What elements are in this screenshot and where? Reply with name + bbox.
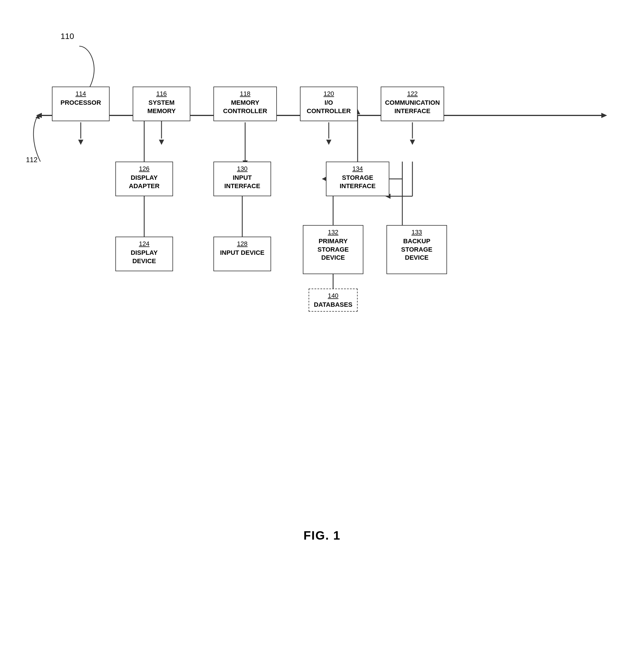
- node-communication-interface: 122 COMMUNICATION INTERFACE: [381, 87, 444, 121]
- svg-marker-13: [78, 140, 83, 145]
- node-primary-storage-label: PRIMARY STORAGE DEVICE: [318, 238, 349, 261]
- node-system-memory-ref: 116: [135, 90, 188, 98]
- node-input-device-ref: 128: [216, 240, 268, 248]
- node-storage-interface-label: STORAGE INTERFACE: [340, 174, 376, 190]
- node-io-controller: 120 I/O CONTROLLER: [300, 87, 357, 121]
- node-input-interface-ref: 130: [216, 165, 268, 173]
- svg-marker-25: [410, 140, 415, 145]
- figure-label: FIG. 1: [303, 529, 341, 542]
- ref-112-label: 112: [26, 156, 38, 164]
- node-input-interface: 130 INPUT INTERFACE: [214, 162, 271, 196]
- node-display-adapter: 126 DISPLAY ADAPTER: [115, 162, 173, 196]
- node-processor-ref: 114: [55, 90, 107, 98]
- node-memory-controller-ref: 118: [216, 90, 274, 98]
- node-storage-interface-ref: 134: [329, 165, 387, 173]
- node-memory-controller-label: MEMORY CONTROLLER: [223, 99, 267, 115]
- node-storage-interface: 134 STORAGE INTERFACE: [326, 162, 389, 196]
- node-backup-storage-ref: 133: [389, 228, 444, 236]
- svg-marker-7: [601, 113, 607, 118]
- svg-marker-16: [159, 140, 164, 145]
- node-input-device: 128 INPUT DEVICE: [214, 237, 271, 271]
- svg-marker-22: [326, 140, 331, 145]
- node-backup-storage-label: BACKUP STORAGE DEVICE: [401, 238, 432, 261]
- node-io-controller-label: I/O CONTROLLER: [307, 99, 351, 115]
- node-system-memory-label: SYSTEM MEMORY: [147, 99, 176, 115]
- node-display-device-label: DISPLAY DEVICE: [131, 249, 157, 265]
- node-databases-ref: 140: [312, 292, 355, 299]
- node-processor: 114 PROCESSOR: [52, 87, 109, 121]
- node-display-device-ref: 124: [118, 240, 170, 248]
- node-display-adapter-ref: 126: [118, 165, 170, 173]
- node-input-device-label: INPUT DEVICE: [220, 249, 265, 256]
- node-system-memory: 116 SYSTEM MEMORY: [133, 87, 190, 121]
- node-memory-controller: 118 MEMORY CONTROLLER: [214, 87, 277, 121]
- svg-marker-8: [36, 113, 42, 118]
- svg-marker-10: [35, 115, 40, 119]
- diagram-container: 110: [23, 23, 621, 571]
- node-processor-label: PROCESSOR: [60, 99, 101, 106]
- node-display-adapter-label: DISPLAY ADAPTER: [129, 174, 159, 190]
- node-communication-interface-ref: 122: [383, 90, 441, 98]
- node-io-controller-ref: 120: [303, 90, 355, 98]
- node-backup-storage: 133 BACKUP STORAGE DEVICE: [387, 225, 447, 274]
- node-display-device: 124 DISPLAY DEVICE: [115, 237, 173, 271]
- ref-110-label: 110: [60, 32, 74, 41]
- node-primary-storage-ref: 132: [306, 228, 361, 236]
- node-databases: 140 DATABASES: [308, 289, 357, 312]
- node-communication-interface-label: COMMUNICATION INTERFACE: [385, 99, 440, 115]
- node-databases-label: DATABASES: [314, 301, 352, 308]
- node-input-interface-label: INPUT INTERFACE: [224, 174, 261, 190]
- node-primary-storage: 132 PRIMARY STORAGE DEVICE: [303, 225, 363, 274]
